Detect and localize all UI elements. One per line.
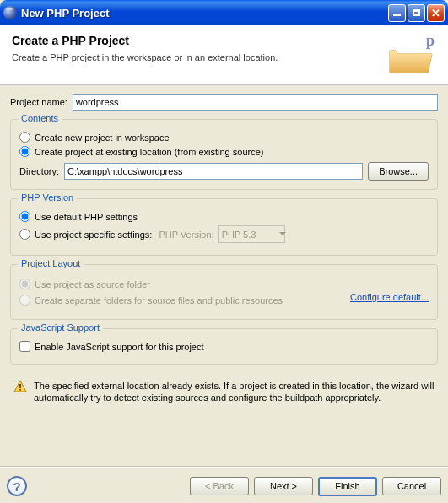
back-button: < Back (190, 477, 249, 495)
wizard-header: Create a PHP Project Create a PHP projec… (0, 25, 448, 85)
separate-folders-radio (19, 295, 30, 306)
project-layout-title: Project Layout (18, 258, 84, 268)
svg-rect-2 (19, 389, 21, 391)
enable-js-checkbox[interactable] (19, 341, 30, 352)
workspace-radio-label[interactable]: Create new project in workspace (35, 133, 170, 143)
page-title: Create a PHP Project (12, 34, 386, 47)
project-name-input[interactable] (73, 94, 438, 111)
project-name-label: Project name: (10, 97, 67, 107)
finish-button[interactable]: Finish (318, 477, 377, 496)
warning-icon (13, 380, 27, 393)
project-layout-group: Project Layout Use project as source fol… (10, 264, 438, 320)
php-version-group: PHP Version Use default PHP settings Use… (10, 198, 438, 256)
php-version-title: PHP Version (18, 192, 77, 203)
contents-title: Contents (18, 113, 62, 123)
enable-js-checkbox-label[interactable]: Enable JavaScript support for this proje… (35, 342, 204, 352)
existing-location-radio[interactable] (19, 146, 30, 157)
browse-button[interactable]: Browse... (368, 162, 429, 181)
php-version-combo (218, 225, 285, 243)
js-support-group: JavaScript Support Enable JavaScript sup… (10, 328, 438, 365)
source-folder-radio-label: Use project as source folder (35, 279, 150, 289)
directory-input[interactable] (64, 163, 363, 180)
directory-label: Directory: (19, 166, 59, 176)
next-button[interactable]: Next > (254, 477, 313, 495)
eclipse-icon (3, 6, 17, 19)
php-version-sublabel: PHP Version: (159, 230, 213, 240)
maximize-button[interactable] (408, 4, 425, 22)
default-php-radio-label[interactable]: Use default PHP settings (35, 212, 138, 222)
svg-text:p: p (426, 34, 435, 49)
source-folder-radio (19, 279, 30, 289)
minimize-button[interactable] (388, 4, 406, 22)
contents-group: Contents Create new project in workspace… (10, 119, 438, 190)
php-folder-icon: p (386, 34, 436, 76)
help-button[interactable]: ? (7, 476, 27, 496)
workspace-radio[interactable] (19, 132, 30, 143)
default-php-radio[interactable] (19, 211, 30, 222)
cancel-button[interactable]: Cancel (382, 477, 441, 495)
js-support-title: JavaScript Support (18, 322, 103, 333)
separate-folders-radio-label: Create separate folders for source files… (35, 295, 283, 306)
info-message: The specified external location already … (13, 380, 435, 404)
close-button[interactable]: ✕ (427, 4, 445, 22)
svg-rect-1 (19, 384, 21, 388)
titlebar[interactable]: New PHP Project ✕ (0, 0, 448, 25)
specific-php-radio-label[interactable]: Use project specific settings: (35, 230, 152, 240)
existing-location-radio-label[interactable]: Create project at existing location (fro… (35, 147, 263, 157)
window-title: New PHP Project (21, 7, 388, 19)
info-text: The specified external location already … (34, 380, 435, 404)
configure-default-link[interactable]: Configure default... (350, 292, 429, 302)
page-description: Create a PHP project in the workspace or… (12, 52, 386, 62)
specific-php-radio[interactable] (19, 229, 30, 240)
